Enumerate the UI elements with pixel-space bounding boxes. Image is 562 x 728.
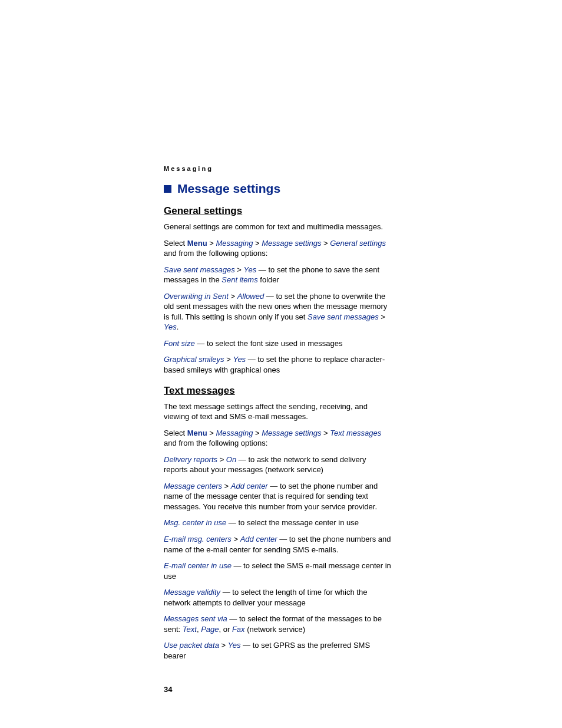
option-link: Text <box>183 625 197 634</box>
separator: > <box>321 239 330 248</box>
square-bullet-icon <box>164 185 171 193</box>
option-item: Delivery reports > On — to ask the netwo… <box>164 454 391 475</box>
option-link: Msg. center in use <box>164 518 226 527</box>
option-link: Allowed <box>237 292 265 301</box>
separator: > <box>379 312 385 321</box>
option-link: Yes <box>244 265 257 274</box>
nav-link: Text messages <box>330 429 381 437</box>
text: Select <box>164 239 187 248</box>
text: and from the following options: <box>164 439 267 447</box>
separator: > <box>232 535 240 543</box>
nav-link: Messaging <box>216 239 253 248</box>
option-link: Use packet data <box>164 641 219 650</box>
option-item: Overwriting in Sent > Allowed — to set t… <box>164 291 391 332</box>
section-heading: Message settings <box>177 182 280 196</box>
separator: > <box>217 455 226 464</box>
text: folder <box>258 275 279 284</box>
nav-link: Message settings <box>262 429 321 437</box>
separator: > <box>222 482 231 490</box>
nav-link: Message settings <box>262 239 321 248</box>
separator: > <box>229 292 237 301</box>
option-link: Message validity <box>164 588 220 597</box>
option-link: E-mail center in use <box>164 561 232 570</box>
text: . <box>177 322 179 331</box>
paragraph: General settings are common for text and… <box>164 222 391 232</box>
separator: > <box>219 641 228 650</box>
option-link: Yes <box>233 355 246 364</box>
running-header: Messaging <box>164 165 391 172</box>
option-item: Use packet data > Yes — to set GPRS as t… <box>164 640 391 661</box>
option-link: Sent items <box>222 275 257 284</box>
option-item: Graphical smileys > Yes — to set the pho… <box>164 354 391 375</box>
option-link: Save sent messages <box>164 265 235 274</box>
text: , or <box>219 625 232 634</box>
subheading-text-messages: Text messages <box>164 385 391 397</box>
option-item: E-mail center in use — to select the SMS… <box>164 561 391 581</box>
separator: > <box>224 355 233 364</box>
separator: > <box>321 429 330 437</box>
option-item: Message centers > Add center — to set th… <box>164 481 391 512</box>
document-page: Messaging Message settings General setti… <box>0 0 562 728</box>
menu-link: Menu <box>187 429 207 437</box>
option-link: Save sent messages <box>308 312 379 321</box>
option-link: Yes <box>228 641 241 650</box>
nav-link: General settings <box>330 239 386 248</box>
text: and from the following options: <box>164 249 267 258</box>
option-link: Page <box>201 625 219 634</box>
option-link: Delivery reports <box>164 455 217 464</box>
text: (network service) <box>245 625 306 634</box>
page-number: 34 <box>164 685 391 694</box>
option-link: Fax <box>232 625 245 634</box>
separator: > <box>253 429 262 437</box>
option-item: Messages sent via — to select the format… <box>164 614 391 634</box>
paragraph: Select Menu > Messaging > Message settin… <box>164 238 391 259</box>
section-heading-row: Message settings <box>164 182 391 196</box>
text: Select <box>164 429 187 437</box>
option-item: Msg. center in use — to select the messa… <box>164 518 391 528</box>
option-link: Message centers <box>164 482 222 490</box>
option-link: Graphical smileys <box>164 355 224 364</box>
option-link: Overwriting in Sent <box>164 292 229 301</box>
option-link: Messages sent via <box>164 614 227 623</box>
option-link: Add center <box>231 482 268 490</box>
separator: > <box>235 265 244 274</box>
separator: > <box>253 239 262 248</box>
menu-link: Menu <box>187 239 207 248</box>
option-item: Font size — to select the font size used… <box>164 338 391 349</box>
option-item: E-mail msg. centers > Add center — to se… <box>164 534 391 555</box>
paragraph: The text message settings affect the sen… <box>164 401 391 422</box>
text: — to select the message center in use <box>226 518 359 527</box>
option-link: Font size <box>164 339 195 348</box>
nav-link: Messaging <box>216 429 253 437</box>
option-link: E-mail msg. centers <box>164 535 232 543</box>
option-link: Add center <box>240 535 277 543</box>
option-link: On <box>226 455 236 464</box>
option-item: Save sent messages > Yes — to set the ph… <box>164 265 391 285</box>
separator: > <box>207 239 216 248</box>
subheading-general: General settings <box>164 205 391 217</box>
option-link: Yes <box>164 322 177 331</box>
separator: > <box>207 429 216 437</box>
paragraph: Select Menu > Messaging > Message settin… <box>164 428 391 449</box>
option-item: Message validity — to select the length … <box>164 587 391 608</box>
text: — to select the font size used in messag… <box>195 339 343 348</box>
